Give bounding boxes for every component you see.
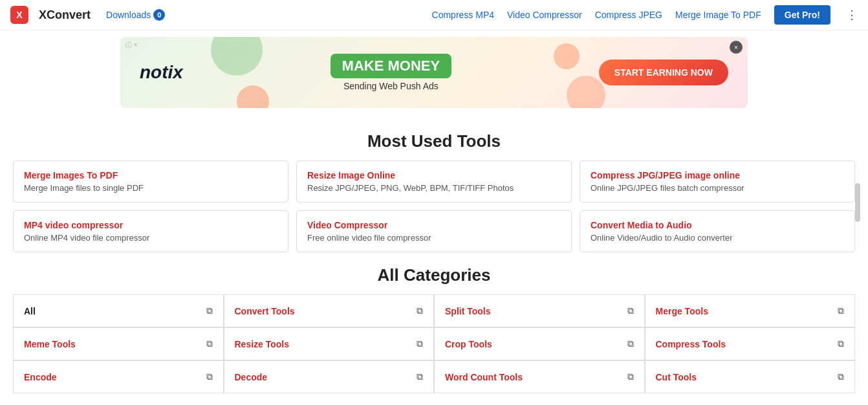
category-split-icon: ⧉: [627, 305, 634, 316]
nav-video-compressor[interactable]: Video Compressor: [507, 10, 582, 20]
header-nav: Compress MP4 Video Compressor Compress J…: [432, 5, 858, 25]
category-merge-label: Merge Tools: [656, 306, 708, 316]
tool-desc-convert-audio: Online Video/Audio to Audio converter: [591, 233, 844, 243]
tool-desc-compress-jpg: Online JPG/JPEG files batch compressor: [591, 183, 844, 193]
category-cut-label: Cut Tools: [656, 372, 697, 382]
category-cut-icon: ⧉: [838, 371, 844, 382]
tool-title-compress-jpg: Compress JPG/JPEG image online: [591, 170, 844, 181]
ad-subtext: Sending Web Push Ads: [343, 81, 439, 91]
logo-name: XConvert: [39, 8, 91, 22]
category-split-tools[interactable]: Split Tools ⧉: [434, 294, 645, 327]
category-encode-label: Encode: [24, 372, 57, 382]
category-all-label: All: [24, 306, 36, 316]
tool-card-video-compressor[interactable]: Video Compressor Free online video file …: [296, 210, 572, 252]
all-categories-title: All Categories: [13, 265, 855, 285]
ad-info-label: ⓘ ×: [125, 41, 138, 50]
tool-title-resize-image: Resize Image Online: [307, 170, 561, 181]
tool-title-convert-audio: Convert Media to Audio: [591, 220, 844, 230]
category-resize-label: Resize Tools: [235, 339, 290, 349]
category-decode-label: Decode: [235, 372, 268, 382]
category-compress-label: Compress Tools: [656, 339, 726, 349]
category-convert-label: Convert Tools: [235, 306, 295, 316]
category-word-count-icon: ⧉: [627, 371, 634, 382]
category-crop-icon: ⧉: [627, 338, 634, 349]
tool-card-convert-audio[interactable]: Convert Media to Audio Online Video/Audi…: [580, 210, 855, 252]
tool-card-compress-jpg[interactable]: Compress JPG/JPEG image online Online JP…: [580, 160, 855, 202]
category-meme-label: Meme Tools: [24, 339, 76, 349]
category-all-icon: ⧉: [206, 305, 213, 316]
category-word-count-label: Word Count Tools: [445, 372, 523, 382]
ad-headline: MAKE MONEY: [331, 54, 452, 78]
category-cut-tools[interactable]: Cut Tools ⧉: [645, 360, 856, 393]
categories-grid: All ⧉ Convert Tools ⧉ Split Tools ⧉ Merg…: [13, 294, 855, 393]
category-meme-icon: ⧉: [206, 338, 213, 349]
scrollbar[interactable]: [855, 183, 860, 222]
header: X XConvert Downloads 0 Compress MP4 Vide…: [0, 0, 868, 30]
category-resize-icon: ⧉: [417, 338, 423, 349]
category-convert-tools[interactable]: Convert Tools ⧉: [224, 294, 435, 327]
ad-brand: notix: [140, 62, 183, 83]
downloads-link[interactable]: Downloads 0: [106, 9, 165, 21]
category-resize-tools[interactable]: Resize Tools ⧉: [224, 327, 435, 360]
tool-title-merge-images: Merge Images To PDF: [24, 170, 277, 181]
category-merge-icon: ⧉: [838, 305, 844, 316]
category-encode-icon: ⧉: [206, 371, 213, 382]
ad-cta-button[interactable]: START EARNING NOW: [599, 60, 728, 85]
get-pro-button[interactable]: Get Pro!: [774, 5, 830, 25]
tool-desc-mp4: Online MP4 video file compressor: [24, 233, 277, 243]
more-icon[interactable]: ⋮: [846, 8, 858, 22]
category-compress-icon: ⧉: [838, 338, 844, 349]
ad-banner[interactable]: ⓘ × × notix MAKE MONEY Sending Web Push …: [120, 37, 748, 108]
nav-compress-mp4[interactable]: Compress MP4: [432, 10, 494, 20]
category-meme-tools[interactable]: Meme Tools ⧉: [13, 327, 224, 360]
ad-close-button[interactable]: ×: [730, 41, 743, 54]
nav-compress-jpeg[interactable]: Compress JPEG: [595, 10, 662, 20]
category-encode[interactable]: Encode ⧉: [13, 360, 224, 393]
category-merge-tools[interactable]: Merge Tools ⧉: [645, 294, 856, 327]
logo-icon: X: [10, 6, 28, 24]
category-compress-tools[interactable]: Compress Tools ⧉: [645, 327, 856, 360]
category-word-count[interactable]: Word Count Tools ⧉: [434, 360, 645, 393]
tool-card-mp4[interactable]: MP4 video compressor Online MP4 video fi…: [13, 210, 288, 252]
category-split-label: Split Tools: [445, 306, 491, 316]
category-convert-icon: ⧉: [417, 305, 423, 316]
tool-title-mp4: MP4 video compressor: [24, 220, 277, 230]
tool-title-video-compressor: Video Compressor: [307, 220, 561, 230]
downloads-badge: 0: [153, 9, 165, 21]
most-used-title: Most Used Tools: [13, 131, 855, 151]
most-used-tools-grid: Merge Images To PDF Merge Image files to…: [13, 160, 855, 252]
category-decode-icon: ⧉: [417, 371, 423, 382]
downloads-label: Downloads: [106, 10, 151, 20]
tool-card-merge-images[interactable]: Merge Images To PDF Merge Image files to…: [13, 160, 288, 202]
category-decode[interactable]: Decode ⧉: [224, 360, 435, 393]
tool-desc-merge-images: Merge Image files to single PDF: [24, 183, 277, 193]
nav-merge-image-to-pdf[interactable]: Merge Image To PDF: [675, 10, 761, 20]
ad-logo: notix: [140, 62, 183, 83]
main-content: Most Used Tools Merge Images To PDF Merg…: [0, 115, 868, 400]
category-all[interactable]: All ⧉: [13, 294, 224, 327]
tool-desc-video-compressor: Free online video file compressor: [307, 233, 561, 243]
category-crop-label: Crop Tools: [445, 339, 492, 349]
ad-center: MAKE MONEY Sending Web Push Ads: [331, 54, 452, 91]
tool-desc-resize-image: Resize JPG/JPEG, PNG, WebP, BPM, TIF/TIF…: [307, 183, 561, 193]
tool-card-resize-image[interactable]: Resize Image Online Resize JPG/JPEG, PNG…: [296, 160, 572, 202]
category-crop-tools[interactable]: Crop Tools ⧉: [434, 327, 645, 360]
ad-banner-wrap: ⓘ × × notix MAKE MONEY Sending Web Push …: [0, 30, 868, 115]
